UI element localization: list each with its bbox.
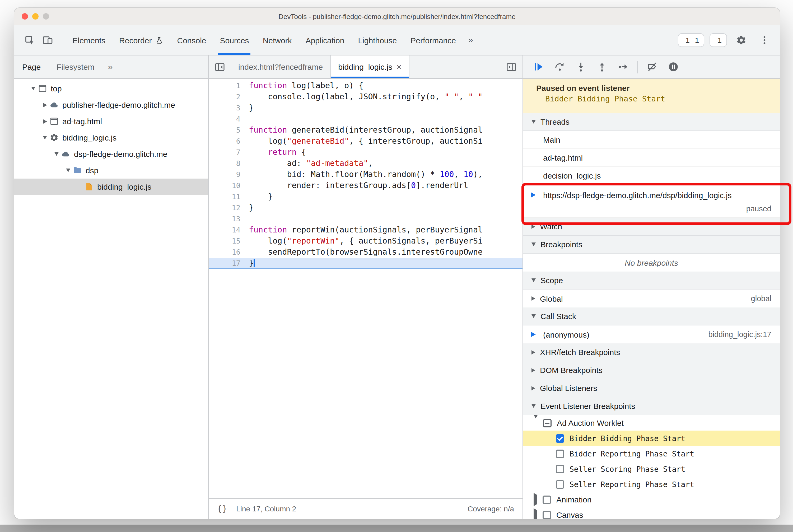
step-icon[interactable]: [616, 60, 630, 74]
pause-on-exceptions-icon[interactable]: [666, 60, 680, 74]
device-toolbar-icon[interactable]: [39, 31, 57, 49]
code-text[interactable]: }: [249, 202, 523, 213]
event-listener-breakpoints-section-header[interactable]: Event Listener Breakpoints: [523, 397, 780, 415]
tab-application[interactable]: Application: [299, 25, 351, 55]
checkbox-unchecked[interactable]: [556, 464, 564, 473]
close-tab-icon[interactable]: ×: [396, 63, 401, 71]
tree-item-top[interactable]: top: [14, 80, 208, 97]
expanded-triangle-icon[interactable]: [534, 418, 538, 428]
line-number[interactable]: 4: [209, 114, 249, 125]
call-stack-section-header[interactable]: Call Stack: [523, 307, 780, 325]
navigator-tab-filesystem[interactable]: Filesystem: [49, 55, 102, 78]
checkbox-unchecked[interactable]: [556, 480, 564, 489]
code-text[interactable]: render: interestGroup.ads[0].renderUrl: [249, 180, 523, 191]
call-stack-frame-row[interactable]: (anonymous) bidding_logic.js:17: [523, 325, 780, 343]
tree-item-publisher-fledge-demo-glitch-me[interactable]: publisher-fledge-demo.glitch.me: [14, 97, 208, 113]
elb-category-animation[interactable]: Animation: [523, 492, 780, 507]
checkbox-unchecked[interactable]: [543, 511, 551, 519]
elb-category-canvas[interactable]: Canvas: [523, 507, 780, 519]
line-number[interactable]: 16: [209, 247, 249, 258]
code-text[interactable]: log("reportWin", { auctionSignals, perBu…: [249, 235, 523, 247]
resume-icon[interactable]: [531, 60, 545, 74]
collapsed-triangle-icon[interactable]: [534, 495, 537, 504]
tab-console[interactable]: Console: [170, 25, 213, 55]
dom-breakpoints-section-header[interactable]: DOM Breakpoints: [523, 361, 780, 379]
tab-lighthouse[interactable]: Lighthouse: [351, 25, 404, 55]
code-text[interactable]: }: [249, 258, 523, 269]
thread-row-https-dsp-fledge-demo-glitch-me-dsp-bidding-logic-js[interactable]: https://dsp-fledge-demo.glitch.me/dsp/bi…: [523, 185, 780, 218]
scope-section-header[interactable]: Scope: [523, 271, 780, 289]
code-text[interactable]: sendReportTo(browserSignals.interestGrou…: [249, 247, 523, 258]
code-text[interactable]: }: [249, 102, 523, 114]
elb-category-ad-auction-worklet[interactable]: Ad Auction Worklet: [523, 415, 780, 431]
watch-section-header[interactable]: Watch: [523, 218, 780, 235]
code-text[interactable]: [249, 213, 523, 225]
editor-tab-index-html-fencedframe[interactable]: index.html?fencedframe: [231, 55, 331, 78]
collapsed-triangle-icon[interactable]: [41, 119, 49, 124]
line-number[interactable]: 3: [209, 102, 249, 114]
toggle-navigator-icon[interactable]: [209, 55, 231, 78]
threads-section-header[interactable]: Threads: [523, 113, 780, 131]
line-number[interactable]: 12: [209, 202, 249, 213]
tab-elements[interactable]: Elements: [65, 25, 112, 55]
zoom-window-button[interactable]: [43, 13, 49, 20]
elb-item-seller-scoring-phase-start[interactable]: Seller Scoring Phase Start: [523, 461, 780, 477]
navigator-tab-page[interactable]: Page: [14, 55, 49, 78]
line-number[interactable]: 17: [209, 258, 249, 269]
code-text[interactable]: function log(label, o) {: [249, 80, 523, 91]
issues-pill[interactable]: 1: [710, 33, 727, 47]
line-number[interactable]: 1: [209, 80, 249, 91]
line-number[interactable]: 5: [209, 125, 249, 136]
expanded-triangle-icon[interactable]: [41, 136, 49, 139]
tab-recorder[interactable]: Recorder: [112, 25, 170, 55]
tree-item-ad-tag-html[interactable]: ad-tag.html: [14, 113, 208, 129]
expanded-triangle-icon[interactable]: [29, 87, 38, 90]
code-text[interactable]: [249, 114, 523, 125]
tree-item-dsp[interactable]: dsp: [14, 162, 208, 178]
line-number[interactable]: 9: [209, 169, 249, 180]
checkbox-unchecked[interactable]: [556, 449, 564, 458]
code-text[interactable]: bid: Math.floor(Math.random() * 100, 10)…: [249, 169, 523, 180]
checkbox-checked[interactable]: [556, 434, 564, 442]
xhr-breakpoints-section-header[interactable]: XHR/fetch Breakpoints: [523, 343, 780, 361]
expanded-triangle-icon[interactable]: [52, 152, 61, 156]
line-number[interactable]: 8: [209, 158, 249, 169]
code-text[interactable]: return {: [249, 147, 523, 158]
line-number[interactable]: 2: [209, 91, 249, 102]
elb-item-bidder-bidding-phase-start[interactable]: Bidder Bidding Phase Start: [523, 431, 780, 446]
expanded-triangle-icon[interactable]: [64, 169, 72, 172]
errors-warnings-pill[interactable]: 1 1: [678, 33, 704, 47]
checkbox-indeterminate[interactable]: [543, 419, 551, 427]
thread-row-decision-logic-js[interactable]: decision_logic.js: [523, 167, 780, 185]
line-number[interactable]: 14: [209, 225, 249, 235]
global-listeners-section-header[interactable]: Global Listeners: [523, 379, 780, 397]
settings-gear-icon[interactable]: [732, 31, 750, 49]
close-window-button[interactable]: [22, 13, 28, 20]
tab-sources[interactable]: Sources: [213, 25, 256, 55]
line-number[interactable]: 7: [209, 147, 249, 158]
kebab-menu-icon[interactable]: [755, 31, 773, 49]
tree-item-bidding-logic-js[interactable]: bidding_logic.js: [14, 129, 208, 146]
code-text[interactable]: log("generateBid", { interestGroup, auct…: [249, 136, 523, 147]
elb-item-seller-reporting-phase-start[interactable]: Seller Reporting Phase Start: [523, 477, 780, 492]
tab-network[interactable]: Network: [256, 25, 299, 55]
line-number[interactable]: 6: [209, 136, 249, 147]
tab-performance[interactable]: Performance: [404, 25, 463, 55]
inspect-icon[interactable]: [21, 31, 39, 49]
editor-tab-bidding-logic-js[interactable]: bidding_logic.js×: [331, 55, 410, 78]
deactivate-breakpoints-icon[interactable]: [645, 60, 659, 74]
checkbox-unchecked[interactable]: [543, 495, 551, 504]
step-into-icon[interactable]: [574, 60, 587, 74]
collapsed-triangle-icon[interactable]: [534, 510, 537, 519]
more-navigator-tabs-button[interactable]: »: [102, 61, 118, 72]
elb-item-bidder-reporting-phase-start[interactable]: Bidder Reporting Phase Start: [523, 446, 780, 461]
line-number[interactable]: 11: [209, 191, 249, 202]
line-number[interactable]: 13: [209, 213, 249, 225]
code-editor[interactable]: 1function log(label, o) {2 console.log(l…: [209, 79, 523, 498]
code-text[interactable]: function reportWin(auctionSignals, perBu…: [249, 225, 523, 235]
more-panels-button[interactable]: »: [463, 35, 478, 45]
pretty-print-button[interactable]: {}: [217, 504, 228, 514]
thread-row-main[interactable]: Main: [523, 131, 780, 149]
step-over-icon[interactable]: [553, 60, 566, 74]
code-text[interactable]: console.log(label, JSON.stringify(o, " "…: [249, 91, 523, 102]
